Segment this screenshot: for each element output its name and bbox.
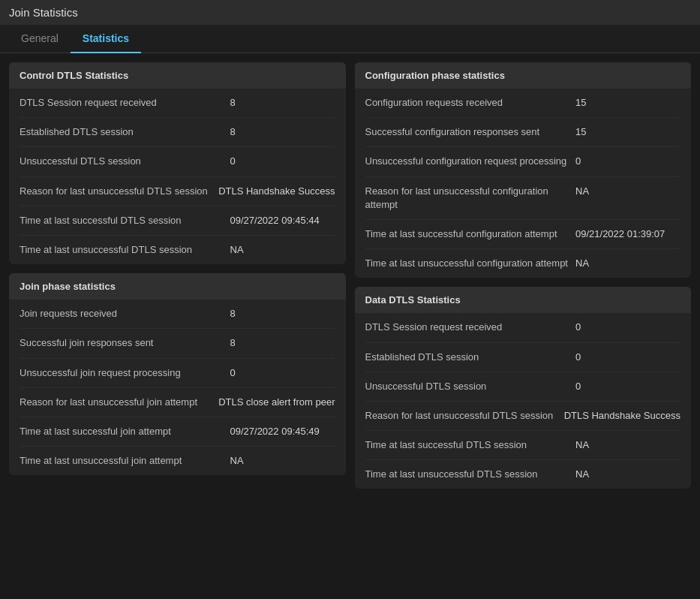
- table-row: Reason for last unsuccessful configurati…: [365, 177, 681, 220]
- table-row: Unsuccessful DTLS session0: [20, 147, 335, 176]
- stat-label: Join requests received: [20, 307, 230, 321]
- stat-label: Configuration requests received: [365, 96, 576, 110]
- stat-label: Time at last unsuccessful configuration …: [365, 257, 576, 270]
- table-row: Time at last successful join attempt09/2…: [20, 417, 335, 447]
- stat-value: 8: [230, 336, 335, 350]
- section-body-config-phase: Configuration requests received15Success…: [355, 89, 692, 278]
- section-header-data-dtls: Data DTLS Statistics: [355, 287, 692, 313]
- window-title: Join Statistics: [9, 6, 78, 19]
- stat-label: Established DTLS session: [365, 351, 576, 364]
- stat-value: 0: [575, 380, 680, 393]
- stat-value: 8: [230, 125, 335, 139]
- section-data-dtls: Data DTLS StatisticsDTLS Session request…: [355, 287, 692, 489]
- stat-value: DTLS Handshake Success: [564, 409, 680, 423]
- table-row: Time at last successful configuration at…: [365, 220, 681, 249]
- section-config-phase: Configuration phase statisticsConfigurat…: [355, 62, 692, 278]
- stat-value: 0: [575, 155, 680, 168]
- stat-label: DTLS Session request received: [20, 96, 230, 110]
- table-row: Configuration requests received15: [365, 89, 681, 118]
- section-header-config-phase: Configuration phase statistics: [355, 62, 692, 89]
- table-row: Time at last unsuccessful join attemptNA: [20, 447, 335, 475]
- section-body-control-dtls: DTLS Session request received8Establishe…: [9, 89, 346, 264]
- stat-label: Unsuccessful configuration request proce…: [365, 155, 576, 168]
- stat-value: NA: [230, 243, 335, 257]
- stat-label: Successful join responses sent: [20, 336, 230, 350]
- table-row: Time at last unsuccessful DTLS sessionNA: [365, 460, 681, 489]
- stat-label: DTLS Session request received: [365, 321, 576, 334]
- stat-label: Reason for last unsuccessful DTLS sessio…: [20, 185, 218, 198]
- table-row: Established DTLS session0: [365, 343, 681, 372]
- main-content: Control DTLS StatisticsDTLS Session requ…: [0, 53, 700, 498]
- stat-label: Reason for last unsuccessful join attemp…: [20, 396, 218, 409]
- tab-general[interactable]: General: [9, 25, 71, 53]
- stat-label: Unsuccessful DTLS session: [20, 155, 230, 168]
- stat-value: NA: [575, 468, 680, 481]
- stat-value: 0: [575, 351, 680, 364]
- stat-value: 15: [575, 125, 680, 139]
- stat-value: NA: [230, 454, 335, 468]
- table-row: Time at last successful DTLS session09/2…: [20, 206, 335, 236]
- table-row: Established DTLS session8: [20, 118, 335, 147]
- left-column: Control DTLS StatisticsDTLS Session requ…: [9, 62, 346, 489]
- section-header-join-phase: Join phase statistics: [9, 273, 346, 300]
- stat-value: 15: [575, 96, 680, 110]
- stat-value: 0: [575, 321, 680, 334]
- stat-value: DTLS close alert from peer: [218, 396, 335, 409]
- tab-statistics[interactable]: Statistics: [71, 25, 141, 53]
- right-column: Configuration phase statisticsConfigurat…: [355, 62, 692, 489]
- stat-value: NA: [575, 185, 680, 198]
- stat-label: Time at last unsuccessful DTLS session: [20, 243, 230, 257]
- stat-value: 0: [230, 366, 335, 380]
- table-row: Unsuccessful join request processing0: [20, 359, 335, 388]
- stat-label: Successful configuration responses sent: [365, 125, 576, 139]
- section-body-data-dtls: DTLS Session request received0Establishe…: [355, 313, 692, 489]
- stat-value: NA: [575, 257, 680, 270]
- table-row: Join requests received8: [20, 300, 335, 329]
- stat-value: NA: [575, 438, 680, 452]
- title-bar: Join Statistics: [0, 0, 700, 25]
- stat-label: Time at last unsuccessful DTLS session: [365, 468, 576, 481]
- stat-value: 8: [230, 307, 335, 321]
- stat-value: 09/27/2022 09:45:44: [230, 214, 335, 227]
- stat-label: Time at last successful configuration at…: [365, 227, 576, 241]
- table-row: Successful join responses sent8: [20, 329, 335, 358]
- table-row: DTLS Session request received8: [20, 89, 335, 118]
- table-row: Unsuccessful configuration request proce…: [365, 147, 681, 176]
- stat-value: 8: [230, 96, 335, 110]
- table-row: Time at last unsuccessful DTLS sessionNA: [20, 236, 335, 264]
- stat-label: Time at last successful DTLS session: [20, 214, 230, 227]
- stat-value: 09/27/2022 09:45:49: [230, 425, 335, 438]
- table-row: DTLS Session request received0: [365, 313, 681, 342]
- stat-label: Time at last unsuccessful join attempt: [20, 454, 230, 468]
- stat-label: Unsuccessful join request processing: [20, 366, 230, 380]
- stat-label: Reason for last unsuccessful configurati…: [365, 185, 576, 212]
- stat-value: 09/21/2022 01:39:07: [575, 227, 680, 241]
- stat-label: Established DTLS session: [20, 125, 230, 139]
- table-row: Unsuccessful DTLS session0: [365, 372, 681, 402]
- table-row: Time at last successful DTLS sessionNA: [365, 431, 681, 460]
- section-control-dtls: Control DTLS StatisticsDTLS Session requ…: [9, 62, 346, 264]
- table-row: Reason for last unsuccessful join attemp…: [20, 388, 335, 417]
- stat-label: Time at last successful join attempt: [20, 425, 230, 438]
- table-row: Time at last unsuccessful configuration …: [365, 249, 681, 278]
- stat-value: 0: [230, 155, 335, 168]
- section-body-join-phase: Join requests received8Successful join r…: [9, 300, 346, 475]
- table-row: Reason for last unsuccessful DTLS sessio…: [20, 177, 335, 206]
- stat-label: Time at last successful DTLS session: [365, 438, 576, 452]
- section-header-control-dtls: Control DTLS Statistics: [9, 62, 346, 89]
- stat-value: DTLS Handshake Success: [218, 185, 335, 198]
- table-row: Reason for last unsuccessful DTLS sessio…: [365, 402, 681, 431]
- table-row: Successful configuration responses sent1…: [365, 118, 681, 147]
- tabs-bar: General Statistics: [0, 25, 700, 53]
- stat-label: Unsuccessful DTLS session: [365, 380, 576, 393]
- section-join-phase: Join phase statisticsJoin requests recei…: [9, 273, 346, 475]
- stat-label: Reason for last unsuccessful DTLS sessio…: [365, 409, 564, 423]
